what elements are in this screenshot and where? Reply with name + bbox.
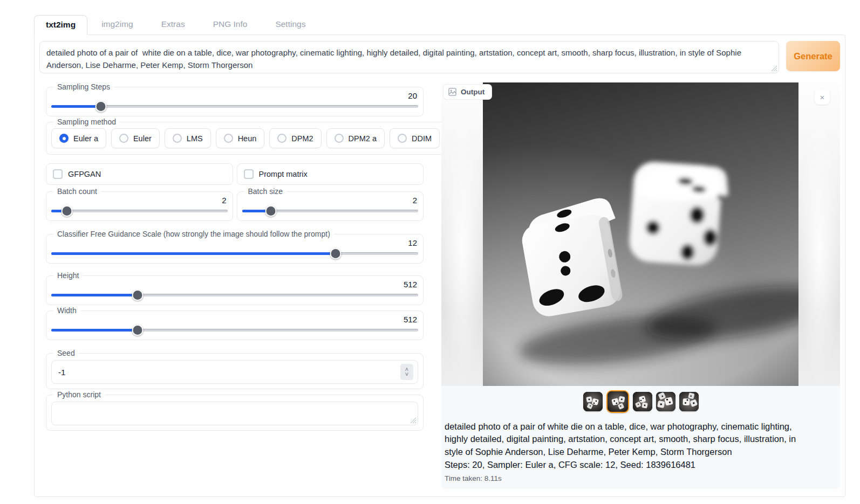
sampling-method-label: Sampling method [53,118,120,126]
gfpgan-checkbox[interactable]: GFPGAN [46,163,233,185]
caption-time-taken: Time taken: 8.11s [445,473,815,484]
radio-euler[interactable]: Euler [111,128,160,148]
sampling-steps-slider[interactable] [51,101,418,111]
tab-img2img[interactable]: img2img [87,15,147,34]
height-group: Height 512 [46,271,424,305]
python-script-label: Python script [53,390,105,399]
sampling-method-options: Euler a Euler LMS Heun DPM2 [51,126,496,149]
batch-size-slider[interactable] [242,206,419,216]
checkbox-icon [244,169,254,179]
radio-label: Euler a [73,134,98,143]
tab-txt2img[interactable]: txt2img [34,15,87,35]
slider-handle[interactable] [132,289,143,301]
radio-label: DPM2 [291,134,313,143]
radio-lms[interactable]: LMS [165,128,211,148]
seed-group: Seed ˄ ˅ [46,349,424,389]
batch-count-slider[interactable] [51,206,228,216]
resize-handle-icon[interactable] [410,417,416,423]
radio-dpm2-a[interactable]: DPM2 a [326,128,385,148]
gallery-thumbnail[interactable] [583,392,603,411]
seed-stepper[interactable]: ˄ ˅ [400,364,413,380]
slider-fill [51,252,336,255]
width-group: Width 512 [46,306,424,340]
radio-heun[interactable]: Heun [216,128,265,148]
radio-euler-a[interactable]: Euler a [51,128,106,148]
python-script-group: Python script [46,390,424,431]
seed-input[interactable] [58,368,166,377]
prompt-input[interactable]: detailed photo of a pair of white die on… [40,42,779,71]
resize-handle-icon[interactable] [771,65,777,71]
radio-label: DDIM [412,134,432,143]
seed-label: Seed [53,349,79,357]
toggles-row: GFPGAN Prompt matrix [46,163,424,185]
batch-size-label: Batch size [244,187,287,196]
tab-extras[interactable]: Extras [147,15,199,34]
batch-size-group: Batch size 2 [237,187,424,221]
gallery-thumbnail[interactable] [679,392,699,411]
cfg-scale-slider[interactable] [51,248,418,258]
radio-icon [398,134,407,143]
slider-fill [51,294,138,296]
close-icon[interactable]: × [815,89,830,105]
checkbox-label: GFPGAN [68,170,101,178]
radio-icon [173,134,182,143]
caption-prompt: detailed photo of a pair of white die on… [445,420,815,458]
stepper-down-icon[interactable]: ˅ [405,372,408,377]
generation-info: detailed photo of a pair of white die on… [441,413,840,489]
slider-handle[interactable] [62,205,73,217]
batch-count-label: Batch count [53,187,101,196]
stage-blur-left [441,82,483,386]
prompt-textbox: detailed photo of a pair of white die on… [39,41,779,73]
slider-fill [51,329,138,332]
gallery-thumbnail[interactable] [633,392,652,411]
cfg-scale-value: 12 [51,238,418,248]
generate-button[interactable]: Generate [786,41,840,71]
radio-icon [119,134,128,143]
radio-icon [224,134,233,143]
slider-fill [51,105,101,108]
batch-count-value: 2 [51,196,228,206]
width-label: Width [53,306,80,315]
output-label-chip: Output [443,85,492,99]
sampling-method-group: Sampling method Euler a Euler LMS [46,118,502,155]
caption-params: Steps: 20, Sampler: Euler a, CFG scale: … [445,459,815,471]
radio-label: LMS [187,134,203,143]
gallery-thumbnail[interactable] [606,390,629,413]
cfg-scale-label: Classifier Free Guidance Scale (how stro… [53,230,334,238]
gallery-thumbnail[interactable] [656,392,675,411]
prompt-matrix-checkbox[interactable]: Prompt matrix [237,163,424,185]
radio-dpm2[interactable]: DPM2 [269,128,321,148]
radio-label: Heun [238,134,257,143]
slider-handle[interactable] [330,248,342,259]
radio-icon [277,134,286,143]
generated-image[interactable] [483,82,798,386]
slider-handle[interactable] [132,325,143,336]
width-slider[interactable] [51,325,418,335]
radio-ddim[interactable]: DDIM [390,128,440,148]
python-script-input[interactable] [52,402,418,425]
cfg-scale-group: Classifier Free Guidance Scale (how stro… [46,230,424,264]
radio-label: DPM2 a [349,134,377,143]
slider-handle[interactable] [265,205,277,217]
seed-numberbox: ˄ ˅ [51,360,418,384]
tab-settings[interactable]: Settings [261,15,319,34]
batch-size-value: 2 [242,196,419,206]
batch-count-group: Batch count 2 [46,187,233,221]
sampling-steps-label: Sampling Steps [53,82,114,91]
output-panel: Output × [441,82,840,489]
tab-png-info[interactable]: PNG Info [199,15,262,34]
python-script-textbox [51,402,418,425]
height-slider[interactable] [51,290,418,300]
checkbox-label: Prompt matrix [259,170,308,178]
sampling-steps-group: Sampling Steps 20 [46,82,424,116]
tab-bar: txt2img img2img Extras PNG Info Settings [34,15,845,34]
prompt-row: detailed photo of a pair of white die on… [39,41,840,73]
radio-label: Euler [133,134,152,143]
slider-handle[interactable] [95,101,106,112]
checkbox-icon [53,169,63,179]
gallery-thumbnails [441,390,840,413]
image-icon [448,88,456,96]
slider-track[interactable] [51,210,228,212]
stage-blur-right [798,82,840,386]
output-label: Output [461,88,484,96]
